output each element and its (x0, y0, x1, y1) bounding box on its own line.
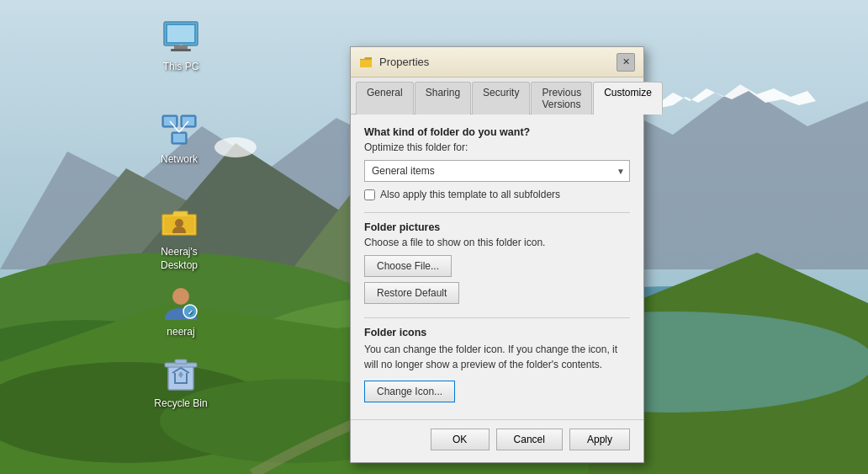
svg-text:✓: ✓ (188, 309, 193, 317)
svg-rect-22 (171, 49, 191, 51)
dialog-titlebar: Properties ✕ (351, 47, 643, 77)
desktop-icon-neeraj-desktop[interactable]: Neeraj's Desktop (146, 202, 213, 272)
dialog-tabs: General Sharing Security Previous Versio… (351, 77, 643, 115)
tab-customize[interactable]: Customize (593, 82, 663, 115)
this-pc-icon (161, 17, 201, 57)
recycle-bin-icon (161, 354, 201, 394)
optimize-dropdown-wrapper: General items Documents Pictures Music V… (364, 160, 630, 182)
folder-pictures-title: Folder pictures (364, 221, 630, 233)
folder-type-section: What kind of folder do you want? Optimiz… (364, 126, 630, 200)
svg-point-35 (172, 288, 189, 305)
folder-type-title: What kind of folder do you want? (364, 126, 630, 138)
tab-general[interactable]: General (356, 82, 414, 115)
subfolder-checkbox-label: Also apply this template to all subfolde… (380, 189, 560, 200)
folder-pictures-section: Folder pictures Choose a file to show on… (364, 221, 630, 309)
optimize-dropdown[interactable]: General items Documents Pictures Music V… (364, 160, 630, 182)
tab-sharing[interactable]: Sharing (415, 82, 471, 115)
tab-previous-versions[interactable]: Previous Versions (531, 82, 592, 115)
neeraj-desktop-label: Neeraj's Desktop (161, 246, 198, 272)
dialog-title-text: Properties (379, 56, 429, 68)
svg-rect-21 (174, 45, 188, 49)
dialog-customize-content: What kind of folder do you want? Optimiz… (351, 115, 643, 419)
neeraj-label: neeraj (167, 326, 194, 339)
restore-default-button[interactable]: Restore Default (364, 282, 459, 304)
dialog-footer: OK Cancel Apply (351, 419, 643, 462)
desktop-icon-neeraj[interactable]: ✓ neeraj (147, 282, 214, 339)
this-pc-label: This PC (163, 61, 199, 74)
svg-rect-23 (179, 44, 183, 45)
ok-button[interactable]: OK (431, 429, 490, 450)
recycle-bin-label: Recycle Bin (154, 397, 207, 411)
network-label: Network (161, 153, 198, 167)
folder-title-icon (359, 56, 373, 69)
apply-button[interactable]: Apply (569, 429, 630, 450)
neeraj-user-icon: ✓ (161, 282, 201, 322)
dialog-close-button[interactable]: ✕ (617, 53, 635, 72)
choose-file-button[interactable]: Choose File... (364, 255, 452, 277)
separator-1 (364, 212, 630, 213)
svg-rect-40 (175, 359, 187, 364)
subfolder-checkbox[interactable] (364, 189, 375, 200)
desktop-icon-network[interactable]: Network (146, 109, 213, 167)
network-icon (159, 109, 199, 150)
tab-security[interactable]: Security (472, 82, 530, 115)
change-icon-button[interactable]: Change Icon... (364, 381, 455, 402)
folder-icons-section: Folder icons You can change the folder i… (364, 327, 630, 407)
svg-point-17 (214, 137, 257, 157)
separator-2 (364, 317, 630, 318)
neeraj-desktop-icon (159, 202, 199, 242)
desktop-icon-this-pc[interactable]: This PC (147, 17, 214, 74)
svg-rect-20 (167, 25, 194, 42)
desktop-icon-recycle-bin[interactable]: Recycle Bin (147, 354, 214, 411)
cancel-button[interactable]: Cancel (496, 429, 563, 450)
properties-dialog: Properties ✕ General Sharing Security Pr… (350, 46, 644, 463)
svg-point-34 (175, 219, 183, 227)
folder-icons-title: Folder icons (364, 327, 630, 338)
subfolder-checkbox-row: Also apply this template to all subfolde… (364, 189, 630, 200)
folder-pictures-desc: Choose a file to show on this folder ico… (364, 237, 630, 248)
dialog-title-area: Properties (359, 56, 429, 69)
folder-type-subtitle: Optimize this folder for: (364, 141, 630, 153)
folder-icons-desc: You can change the folder icon. If you c… (364, 342, 630, 372)
